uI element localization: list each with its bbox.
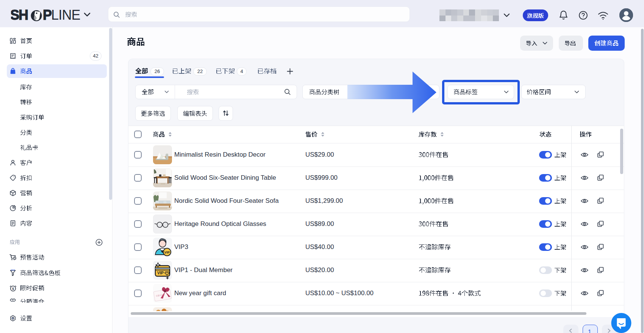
svg-text:VIP: VIP (157, 271, 164, 275)
svg-text:VIP: VIP (164, 251, 170, 254)
svg-text:P: P (43, 8, 52, 22)
svg-text:SH: SH (11, 8, 28, 22)
svg-text:LINE: LINE (51, 8, 80, 22)
svg-text:$: $ (12, 287, 14, 291)
